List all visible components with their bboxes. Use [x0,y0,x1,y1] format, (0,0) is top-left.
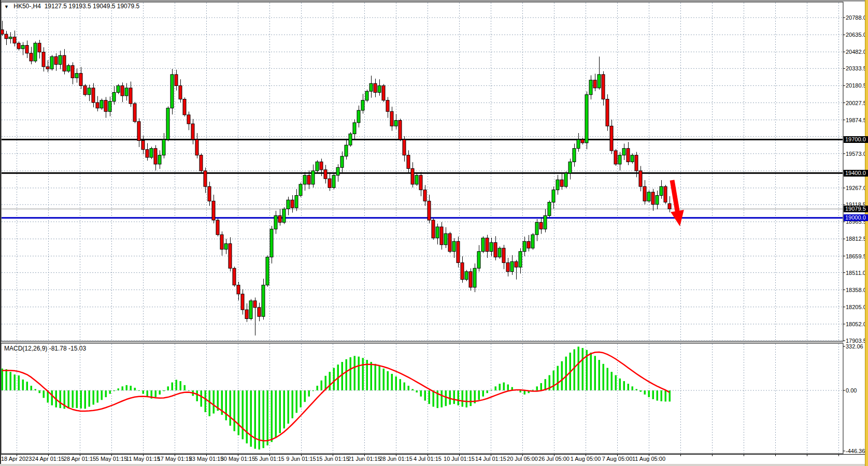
bear-candle [328,179,331,187]
time-label: 11 Aug 05:00 [632,456,665,462]
bull-candle [585,95,588,143]
bear-candle [154,149,157,164]
bear-candle [428,201,431,220]
bear-candle [183,99,186,115]
bull-candle [295,196,298,208]
macd-histogram-bar [615,375,617,390]
bull-candle [519,252,522,267]
bear-candle [527,241,530,248]
bull-candle [299,184,302,196]
macd-histogram-bar [599,360,601,390]
macd-histogram-bar [445,390,447,406]
macd-histogram-bar [238,390,240,435]
macd-histogram-bar [205,390,207,412]
macd-histogram-bar [118,388,120,390]
macd-histogram-bar [379,366,381,390]
macd-histogram-bar [101,390,103,400]
bull-candle [618,155,621,164]
macd-histogram-bar [84,390,87,409]
bear-candle [461,263,464,280]
macd-histogram-bar [341,362,344,390]
price-tick-label: 20788.0 [846,14,866,21]
bull-candle [544,216,547,229]
macd-histogram-bar [126,385,128,390]
bear-candle [399,121,402,140]
time-label: 21 Jun 01:15 [348,456,381,462]
bull-candle [369,83,373,91]
price-tick-label: 20482.0 [846,49,866,55]
bear-candle [494,242,497,257]
bear-candle [457,241,460,263]
macd-histogram-bar [283,390,286,428]
bull-candle [158,155,161,164]
macd-histogram-bar [105,390,107,397]
macd-histogram-bar [60,390,62,408]
bull-candle [523,241,526,252]
time-label: 28 Apr 01:15 [64,456,96,462]
macd-histogram-bar [358,357,360,390]
bull-candle [59,55,62,64]
price-tick-label: 19267.0 [846,185,866,191]
macd-histogram-bar [176,380,178,391]
bull-candle [88,88,91,95]
macd-histogram-bar [288,390,290,424]
bull-candle [108,101,111,112]
bull-candle [282,209,286,223]
macd-histogram-bar [611,372,613,390]
bear-candle [440,227,443,245]
bear-candle [324,170,327,179]
macd-histogram-bar [590,353,592,390]
macd-histogram-bar [387,371,389,390]
macd-histogram-bar [420,390,422,397]
time-label: 28 Jun 01:15 [379,456,412,462]
macd-histogram-bar [271,390,273,442]
bull-candle [656,196,659,205]
bear-candle [104,100,107,112]
macd-histogram-bar [300,390,302,407]
macd-histogram-bar [429,390,431,404]
macd-histogram-bar [317,386,319,390]
bear-candle [121,86,124,96]
time-label: 15 Jun 01:15 [316,456,349,462]
macd-histogram-bar [308,390,310,397]
macd-histogram-bar [495,386,497,390]
window-right-strip[interactable] [865,0,868,466]
bull-candle [660,186,663,195]
bull-candle [452,241,456,252]
level-label-19700[interactable]: 19700.0 [844,136,868,143]
macd-histogram-bar [640,390,642,392]
main-chart-canvas[interactable]: 20788.020635.020482.020333.520180.520027… [0,0,868,466]
macd-histogram-bar [416,390,418,392]
time-label: 7 Aug 05:00 [602,456,633,462]
price-tick-label: 19573.0 [846,151,866,157]
bear-candle [581,139,584,143]
macd-histogram-bar [424,390,426,401]
bear-candle [407,155,410,169]
macd-histogram-bar [400,379,402,390]
macd-histogram-bar [230,390,232,426]
bear-candle [390,111,393,126]
price-tick-label: 18358.0 [846,287,866,293]
macd-histogram-bar [213,390,215,414]
macd-histogram-bar [524,390,526,395]
bull-candle [568,162,572,173]
level-label-19000[interactable]: 19000.0 [844,214,868,221]
bear-candle [614,151,617,164]
macd-histogram-bar [395,376,397,390]
macd-histogram-bar [109,390,111,394]
macd-histogram-bar [43,390,45,398]
time-label: 11 May 01:15 [126,456,160,462]
bear-candle [137,122,140,141]
bull-candle [311,171,315,184]
macd-histogram-bar [275,390,277,438]
level-label-19400[interactable]: 19400.0 [844,170,868,177]
chevron-down-icon[interactable]: ▼ [4,4,9,9]
bear-candle [664,186,667,202]
bear-candle [17,43,20,49]
main-price-panel[interactable] [1,2,843,341]
bear-candle [606,99,609,126]
bull-candle [249,301,252,319]
bull-candle [270,229,273,257]
macd-histogram-bar [184,385,186,390]
macd-histogram-bar [371,362,373,390]
